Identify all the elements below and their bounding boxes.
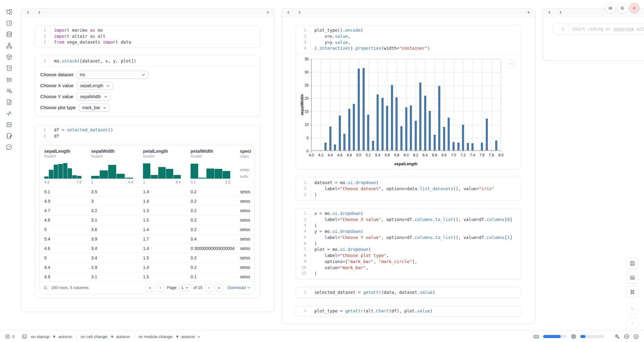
sidebar: f ? [0,0,18,331]
code-editor[interactable]: 1mo.vstack([dataset, x, y, plot]) [35,56,260,66]
collapse-left-icon[interactable] [286,10,290,16]
file-explorer-icon[interactable] [6,9,13,15]
search-icon[interactable] [43,285,48,290]
code-editor[interactable]: 1 Start coding or generate with [554,24,644,34]
table-row[interactable]: 4.63.11.50.2setos [39,215,254,225]
altair-chart: 4.04.24.44.64.85.05.25.45.65.86.06.26.46… [296,54,521,169]
table-row[interactable]: 4.42.91.40.2setos [39,262,254,272]
code-editor[interactable]: 1⌄plot_type().encode(2 x=x.value,3 y=y.v… [296,25,521,54]
dependencies-icon[interactable] [6,42,13,49]
table-row[interactable]: 4.93.11.50.1setos [39,272,254,281]
code-editor[interactable]: 1plot_type = getattr(alt.Chart(df), plot… [296,306,521,316]
on-module-change-setting[interactable]: on module change: autorun [138,334,201,339]
table-row[interactable]: 4.63.41.40.30000000000000004setos [39,244,254,253]
chevron-down-icon [104,95,107,98]
cell-output: Choose dataset iris Choose X value sepal… [35,66,260,116]
variables-icon[interactable]: f [6,20,13,27]
data-sources-icon[interactable] [6,31,13,38]
collapse-right-icon[interactable] [37,10,41,16]
gear-icon [620,6,625,11]
y-axis-title: sepalWidth [300,94,304,115]
outline-icon[interactable] [6,87,13,94]
collapse-left-icon[interactable] [26,10,30,16]
logs-icon[interactable] [6,65,13,72]
add-column-icon[interactable] [527,10,531,16]
code-editor[interactable]: 1df = selected_dataset()2df [35,125,260,141]
prev-page-button[interactable]: ‹ [156,284,164,292]
table-body: 5.13.51.40.2setos4.931.40.2setos4.73.21.… [39,187,254,281]
shutdown-button[interactable] [629,3,639,13]
ai-sparkles-icon[interactable] [614,333,620,340]
zap-icon [175,334,180,339]
table-row[interactable]: 4.931.40.2setos [39,196,254,206]
cell-selected-dataset: 1selected_dataset = getattr(data, datase… [295,287,521,298]
terminal-button[interactable] [22,334,27,339]
help-icon[interactable]: ? [6,144,13,151]
code-editor[interactable]: 1⌄x = mo.ui.dropdown(2 label="Choose X v… [296,208,521,279]
code-editor[interactable]: 1⌄dataset = mo.ui.dropdown(2 label="Choo… [296,178,521,200]
column-histogram: 0.12.5 [186,160,235,187]
collapse-right-icon[interactable] [559,10,563,16]
layout-button[interactable] [627,272,638,283]
copilot-icon[interactable] [624,333,630,340]
packages-icon[interactable] [6,54,13,60]
table-row[interactable]: 5.43.91.70.4setos [39,234,254,244]
run-button[interactable] [627,317,638,329]
generate-with-ai-link[interactable]: generate [614,27,634,31]
table-row[interactable]: 4.73.21.30.2setos [39,206,254,215]
ai-chat-icon[interactable] [6,76,13,83]
scratchpad-icon[interactable] [6,133,13,139]
documentation-icon[interactable] [6,99,13,105]
column-header[interactable]: speciobjec [235,146,254,160]
table-row[interactable]: 5.13.51.40.2setos [39,187,254,196]
plot-type-select[interactable]: mark_bar [79,104,110,112]
row-count-label: 150 rows, 5 columns [51,285,89,290]
dataset-select[interactable]: iris [77,71,148,79]
y-value-select[interactable]: sepalWidth [77,93,111,101]
code-editor[interactable]: 1import marimo as mo2import altair as al… [35,25,260,48]
save-icon [629,260,635,266]
editor-placeholder: Start coding or generate with [568,26,644,32]
tracing-icon[interactable] [6,110,13,117]
save-button[interactable] [627,258,638,269]
page-count-label: of 15 [193,285,202,290]
floating-actions [627,258,638,329]
cell-chart: 1⌄plot_type().encode(2 x=x.value,3 y=y.v… [295,25,521,169]
shortcuts-button[interactable] [627,286,638,298]
collapse-left-icon[interactable] [547,10,551,16]
circle-x-icon[interactable] [5,334,10,339]
column-header[interactable]: petalWidthfloat64 [186,146,235,160]
layout-icon [629,275,635,281]
chart-options-button[interactable] [507,59,516,69]
dropdown-label: Choose X value [40,83,73,88]
dropdown-row: Choose Y value sepalWidth [40,93,256,101]
on-startup-setting[interactable]: on startup: autorun [31,334,73,339]
column-toolbar [282,9,535,17]
menu-button[interactable] [605,3,616,13]
notebook-column-middle: 1⌄plot_type().encode(2 x=x.value,3 y=y.v… [282,8,535,324]
column-header[interactable]: sepalLengthfloat64 [39,146,86,160]
table-row[interactable]: 53.61.40.2setos [39,225,254,234]
code-editor[interactable]: 1selected_dataset = getattr(data, datase… [296,287,521,298]
collapse-right-icon[interactable] [298,10,302,16]
download-button[interactable]: Download [227,285,250,290]
snippets-icon[interactable] [6,121,13,128]
menu-icon [608,6,613,11]
add-column-icon[interactable] [266,10,270,16]
first-page-button[interactable]: « [146,284,154,292]
stop-button[interactable] [627,303,638,315]
plot-area[interactable]: 4.04.24.44.64.85.05.25.45.65.86.06.26.46… [311,59,501,151]
settings-button[interactable] [617,3,628,13]
column-header[interactable]: sepalWidthfloat64 [86,146,138,160]
page-select[interactable]: 1 [179,284,191,291]
on-cell-change-setting[interactable]: on cell change: autorun [80,334,130,339]
close-icon [632,6,637,11]
x-value-select[interactable]: sepalLength [77,82,113,90]
last-page-button[interactable]: » [215,284,223,292]
cell-vstack: 1mo.vstack([dataset, x, y, plot]) Choose… [35,56,261,117]
cell-plot-type: 1plot_type = getattr(alt.Chart(df), plot… [295,306,521,317]
column-header[interactable]: petalLengthfloat64 [138,146,186,160]
table-row[interactable]: 53.41.50.2setos [39,253,254,262]
next-page-button[interactable]: › [205,284,213,292]
connection-check-icon[interactable] [633,334,639,340]
